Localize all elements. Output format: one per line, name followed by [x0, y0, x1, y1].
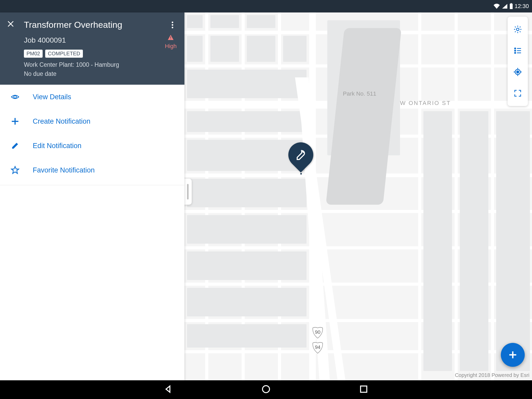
pencil-icon — [10, 141, 20, 150]
plus-icon — [508, 350, 518, 360]
sidebar: Transformer Overheating Job 4000091 High — [0, 12, 184, 380]
gear-icon — [513, 25, 522, 34]
wrench-icon — [295, 149, 307, 161]
expand-icon — [513, 89, 522, 98]
job-header: Transformer Overheating Job 4000091 High — [0, 12, 184, 85]
star-icon — [10, 166, 20, 175]
svg-point-10 — [515, 52, 516, 53]
svg-rect-1 — [511, 3, 512, 4]
highway-shield: 94 — [312, 342, 323, 354]
recent-icon — [359, 384, 368, 394]
warning-icon — [165, 35, 177, 41]
system-nav-bar — [0, 380, 532, 399]
map-settings-button[interactable] — [508, 19, 528, 40]
svg-point-20 — [263, 386, 270, 393]
action-list: View Details Create Notification Edit No… — [0, 85, 184, 185]
highway-shield: 90 — [312, 327, 323, 339]
page-title: Transformer Overheating — [24, 20, 168, 30]
wifi-icon — [493, 3, 500, 9]
map-label-street: W ONTARIO ST — [400, 100, 451, 107]
map-locate-button[interactable] — [508, 61, 528, 83]
nav-recent-button[interactable] — [359, 384, 368, 395]
status-badges: PM02 COMPLETED — [24, 50, 177, 58]
job-id-label: Job 4000091 — [24, 36, 177, 44]
action-label: Create Notification — [33, 117, 90, 125]
svg-point-7 — [516, 28, 519, 31]
eye-icon — [10, 92, 20, 101]
svg-rect-2 — [170, 36, 171, 38]
more-menu-icon[interactable] — [168, 22, 177, 28]
svg-rect-3 — [170, 39, 171, 39]
cell-signal-icon — [502, 3, 508, 9]
status-icons: 12:30 — [493, 3, 529, 10]
action-label: View Details — [33, 93, 71, 101]
due-date-label: No due date — [24, 70, 177, 77]
svg-rect-21 — [361, 386, 367, 392]
status-bar: 12:30 — [0, 0, 532, 12]
map-toolbar — [508, 17, 528, 106]
priority-label: High — [165, 43, 177, 50]
svg-point-8 — [515, 48, 516, 49]
nav-home-button[interactable] — [261, 384, 271, 395]
svg-point-4 — [14, 96, 16, 98]
plus-icon — [10, 117, 20, 126]
list-icon — [513, 46, 522, 55]
svg-text:94: 94 — [315, 344, 321, 350]
action-edit-notification[interactable]: Edit Notification — [0, 134, 184, 158]
svg-text:90: 90 — [315, 329, 321, 335]
badge-type: PM02 — [24, 50, 43, 58]
add-fab[interactable] — [501, 343, 525, 367]
work-center-label: Work Center Plant: 1000 - Hamburg — [24, 61, 177, 68]
svg-point-9 — [515, 50, 516, 51]
panel-drag-handle[interactable] — [184, 179, 192, 205]
svg-rect-0 — [510, 4, 513, 9]
map-job-marker[interactable] — [288, 142, 314, 174]
close-icon[interactable] — [7, 20, 17, 30]
map-label-park: Park No. 511 — [343, 90, 376, 97]
status-time: 12:30 — [515, 3, 529, 10]
map-expand-button[interactable] — [508, 83, 528, 104]
action-create-notification[interactable]: Create Notification — [0, 109, 184, 134]
badge-status: COMPLETED — [45, 50, 83, 58]
nav-back-button[interactable] — [164, 384, 173, 395]
map-view[interactable]: Park No. 511 W ONTARIO ST 90 94 — [184, 12, 532, 380]
action-favorite-notification[interactable]: Favorite Notification — [0, 158, 184, 182]
action-label: Favorite Notification — [33, 166, 95, 174]
priority-indicator: High — [165, 35, 177, 50]
home-icon — [261, 384, 271, 394]
svg-point-15 — [517, 71, 519, 73]
map-list-button[interactable] — [508, 40, 528, 61]
map-copyright: Copyright 2018 Powered by Esri — [455, 372, 529, 378]
action-view-details[interactable]: View Details — [0, 85, 184, 109]
battery-icon — [509, 3, 513, 9]
back-icon — [164, 384, 173, 394]
locate-icon — [513, 68, 522, 76]
action-label: Edit Notification — [33, 142, 82, 150]
